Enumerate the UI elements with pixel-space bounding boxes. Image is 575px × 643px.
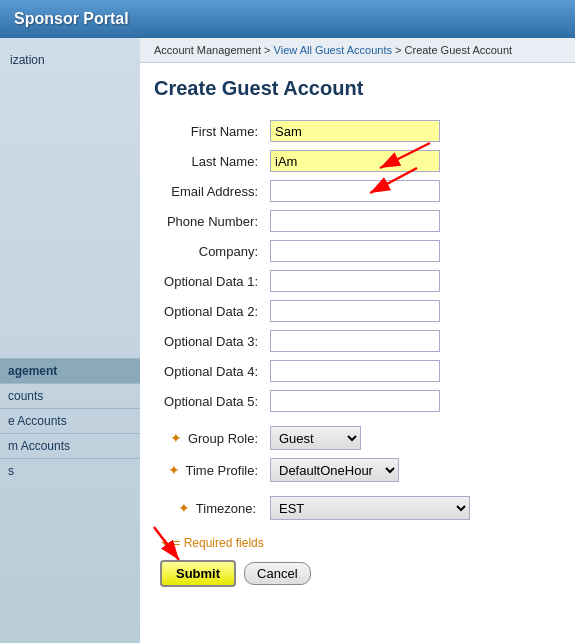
time-profile-label: ✦ Time Profile: [154,454,264,486]
form-buttons: Submit Cancel [154,560,555,587]
input-phone-number[interactable] [270,210,440,232]
form-row-optional-data-1: Optional Data 1: [154,266,555,296]
label-first-name: First Name: [154,116,264,146]
main-layout: ization agement counts e Accounts m Acco… [0,38,575,643]
time-profile-select[interactable]: DefaultOneHourDefaultOneDayDefaultOneWee… [270,458,399,482]
label-phone-number: Phone Number: [154,206,264,236]
group-role-section: ✦ Group Role: GuestEmployeeContractor ✦ … [154,422,555,486]
app-header: Sponsor Portal [0,0,575,38]
breadcrumb-sep1: > [264,44,273,56]
sidebar-item-e-accounts[interactable]: e Accounts [0,408,140,433]
breadcrumb-part3: Create Guest Account [405,44,513,56]
cancel-button[interactable]: Cancel [244,562,310,585]
input-company[interactable] [270,240,440,262]
label-optional-data-5: Optional Data 5: [154,386,264,416]
group-role-select[interactable]: GuestEmployeeContractor [270,426,361,450]
form-row-first-name: First Name: [154,116,555,146]
label-last-name: Last Name: [154,146,264,176]
timezone-label: ✦ Timezone: [154,492,264,524]
timezone-section: ✦ Timezone: ESTPSTCSTMSTUTC [154,492,555,524]
breadcrumb-sep2: > [395,44,404,56]
app-title: Sponsor Portal [14,10,129,28]
form-table: First Name:Last Name:Email Address:Phone… [154,116,555,416]
input-optional-data-1[interactable] [270,270,440,292]
form-row-email-address: Email Address: [154,176,555,206]
sidebar: ization agement counts e Accounts m Acco… [0,38,140,643]
input-first-name[interactable] [270,120,440,142]
label-optional-data-3: Optional Data 3: [154,326,264,356]
label-email-address: Email Address: [154,176,264,206]
sidebar-item-s[interactable]: s [0,458,140,483]
form-row-optional-data-4: Optional Data 4: [154,356,555,386]
sidebar-bottom-group: agement counts e Accounts m Accounts s [0,358,140,483]
input-optional-data-4[interactable] [270,360,440,382]
breadcrumb: Account Management > View All Guest Acco… [140,38,575,63]
gear-icon-timezone: ✦ [178,500,190,516]
label-optional-data-4: Optional Data 4: [154,356,264,386]
input-email-address[interactable] [270,180,440,202]
required-legend: ✦ = Required fields [154,536,555,550]
label-optional-data-2: Optional Data 2: [154,296,264,326]
form-row-optional-data-2: Optional Data 2: [154,296,555,326]
submit-button[interactable]: Submit [160,560,236,587]
time-profile-row: ✦ Time Profile: DefaultOneHourDefaultOne… [154,454,555,486]
page-title: Create Guest Account [154,77,555,100]
sidebar-item-m-accounts[interactable]: m Accounts [0,433,140,458]
gear-icon-group: ✦ [170,430,182,446]
input-optional-data-5[interactable] [270,390,440,412]
form-row-phone-number: Phone Number: [154,206,555,236]
group-role-row: ✦ Group Role: GuestEmployeeContractor [154,422,555,454]
page-content: Create Guest Account [140,63,575,607]
timezone-row: ✦ Timezone: ESTPSTCSTMSTUTC [154,492,555,524]
label-optional-data-1: Optional Data 1: [154,266,264,296]
label-company: Company: [154,236,264,266]
breadcrumb-part1: Account Management [154,44,261,56]
sidebar-item-management[interactable]: agement [0,358,140,383]
input-optional-data-2[interactable] [270,300,440,322]
breadcrumb-link-guest-accounts[interactable]: View All Guest Accounts [274,44,395,56]
form-row-last-name: Last Name: [154,146,555,176]
main-content: Account Management > View All Guest Acco… [140,38,575,643]
form-row-optional-data-3: Optional Data 3: [154,326,555,356]
group-role-label: ✦ Group Role: [154,422,264,454]
timezone-select[interactable]: ESTPSTCSTMSTUTC [270,496,470,520]
form-row-company: Company: [154,236,555,266]
sidebar-item-accounts[interactable]: counts [0,383,140,408]
input-last-name[interactable] [270,150,440,172]
input-optional-data-3[interactable] [270,330,440,352]
sidebar-item-ization[interactable]: ization [0,48,140,72]
gear-icon-time: ✦ [168,462,180,478]
form-row-optional-data-5: Optional Data 5: [154,386,555,416]
